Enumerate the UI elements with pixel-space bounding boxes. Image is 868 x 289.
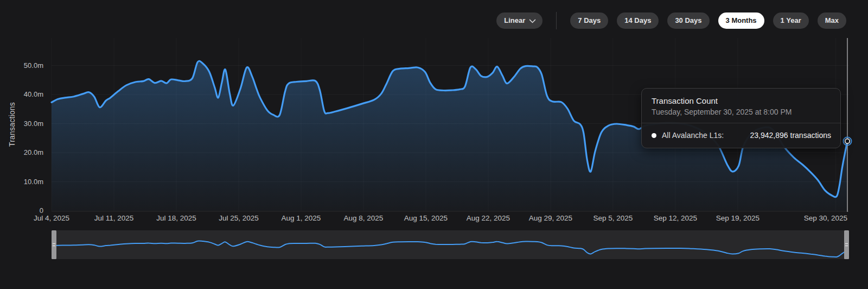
range-button-max[interactable]: Max bbox=[818, 12, 846, 29]
scale-select-button[interactable]: Linear bbox=[496, 12, 542, 29]
x-tick-label: Aug 15, 2025 bbox=[404, 214, 448, 222]
range-button-14-days[interactable]: 14 Days bbox=[617, 12, 659, 29]
time-range-button-group: 7 Days14 Days30 Days3 Months1 YearMax bbox=[570, 12, 846, 29]
x-tick-label: Aug 29, 2025 bbox=[529, 214, 572, 222]
y-tick-label: 30.0m bbox=[0, 119, 43, 129]
range-button-7-days[interactable]: 7 Days bbox=[570, 12, 608, 29]
range-button-3-months[interactable]: 3 Months bbox=[718, 12, 764, 29]
x-tick-label: Jul 25, 2025 bbox=[219, 214, 259, 222]
chevron-down-icon bbox=[529, 16, 536, 23]
tooltip-series-label: All Avalanche L1s: bbox=[662, 131, 724, 140]
y-tick-label: 40.0m bbox=[0, 90, 43, 99]
tooltip-date: Tuesday, September 30, 2025 at 8:00 PM bbox=[652, 108, 831, 116]
x-tick-label: Sep 12, 2025 bbox=[654, 214, 697, 222]
range-button-1-year[interactable]: 1 Year bbox=[773, 12, 809, 29]
range-button-30-days[interactable]: 30 Days bbox=[667, 12, 709, 29]
y-tick-label: 20.0m bbox=[0, 148, 43, 158]
x-tick-label: Aug 22, 2025 bbox=[467, 214, 510, 222]
transactions-chart-panel: Linear 7 Days14 Days30 Days3 Months1 Yea… bbox=[0, 0, 868, 289]
y-tick-label: 50.0m bbox=[0, 61, 43, 71]
y-tick-label: 10.0m bbox=[0, 177, 43, 187]
x-tick-label: Sep 5, 2025 bbox=[593, 214, 633, 222]
x-tick-label: Jul 4, 2025 bbox=[34, 214, 69, 222]
x-tick-label: Jul 11, 2025 bbox=[94, 214, 134, 222]
scale-select-label: Linear bbox=[504, 12, 525, 29]
chart-controls: Linear 7 Days14 Days30 Days3 Months1 Yea… bbox=[496, 12, 846, 29]
chart-tooltip: Transaction Count Tuesday, September 30,… bbox=[641, 88, 841, 148]
tooltip-series-row: All Avalanche L1s: 23,942,896 transactio… bbox=[642, 123, 840, 148]
tooltip-title: Transaction Count bbox=[652, 96, 831, 105]
controls-divider bbox=[556, 12, 557, 29]
x-tick-label: Aug 8, 2025 bbox=[344, 214, 384, 222]
tooltip-series-value: 23,942,896 transactions bbox=[750, 131, 831, 140]
navigator-handle-left[interactable] bbox=[52, 230, 56, 259]
x-tick-label: Sep 19, 2025 bbox=[716, 214, 760, 222]
data-point-marker bbox=[845, 139, 850, 143]
tooltip-header: Transaction Count Tuesday, September 30,… bbox=[642, 89, 840, 123]
x-tick-label: Jul 18, 2025 bbox=[156, 214, 196, 222]
x-tick-label: Aug 1, 2025 bbox=[282, 214, 321, 222]
navigator-handle-right[interactable] bbox=[844, 230, 849, 259]
series-dot-icon bbox=[652, 133, 656, 138]
x-tick-label: Sep 30, 2025 bbox=[804, 214, 847, 222]
